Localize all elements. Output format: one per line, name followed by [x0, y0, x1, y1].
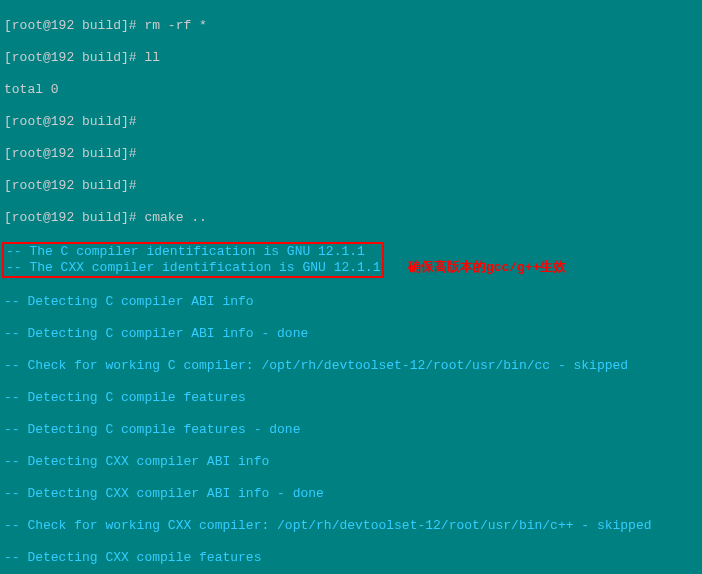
- cmake-out: -- Detecting CXX compiler ABI info - don…: [4, 486, 698, 502]
- prompt: [root@192 build]#: [4, 50, 137, 65]
- prompt: [root@192 build]#: [4, 18, 137, 33]
- cmake-out: -- Detecting C compile features - done: [4, 422, 698, 438]
- cmake-out: -- Detecting CXX compiler ABI info: [4, 454, 698, 470]
- cmake-out: -- Check for working C compiler: /opt/rh…: [4, 358, 698, 374]
- compiler-id-cxx: -- The CXX compiler identification is GN…: [6, 260, 380, 275]
- cmake-out: -- Detecting C compile features: [4, 390, 698, 406]
- cmd-rm: rm -rf *: [144, 18, 206, 33]
- cmake-out: -- Detecting CXX compile features: [4, 550, 698, 566]
- compiler-id-c: -- The C compiler identification is GNU …: [6, 244, 365, 259]
- cmake-out: -- Check for working CXX compiler: /opt/…: [4, 518, 698, 534]
- prompt: [root@192 build]#: [4, 178, 137, 193]
- prompt: [root@192 build]#: [4, 146, 137, 161]
- cmd-ll: ll: [144, 50, 160, 65]
- prompt: [root@192 build]#: [4, 114, 137, 129]
- annotation-gcc: 确保高版本的gcc/g++生效: [408, 260, 567, 275]
- cmd-cmake: cmake ..: [144, 210, 206, 225]
- prompt: [root@192 build]#: [4, 210, 137, 225]
- cmake-out: -- Detecting C compiler ABI info - done: [4, 326, 698, 342]
- terminal[interactable]: [root@192 build]# rm -rf * [root@192 bui…: [0, 0, 702, 574]
- output-total: total 0: [4, 82, 698, 98]
- cmake-out: -- Detecting C compiler ABI info: [4, 294, 698, 310]
- highlight-box: -- The C compiler identification is GNU …: [2, 242, 384, 278]
